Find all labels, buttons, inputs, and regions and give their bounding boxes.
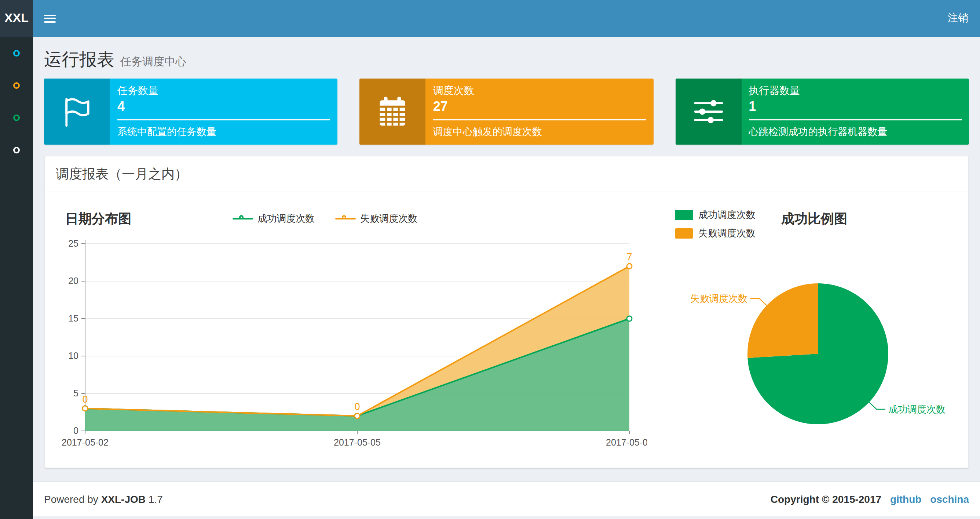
app-version: 1.7 — [148, 493, 163, 505]
info-box-content: 执行器数量 1 心跳检测成功的执行器机器数量 — [741, 78, 969, 145]
success-point — [627, 316, 632, 321]
line-marker-icon — [335, 218, 356, 219]
legend-item[interactable]: 失败调度次数 — [335, 212, 417, 225]
footer: Powered by XXL-JOB 1.7 Copyright © 2015-… — [33, 482, 980, 516]
date-distribution-chart: 日期分布图 成功调度次数失败调度次数 05101520252017-05-022… — [52, 200, 646, 460]
y-tick-label: 15 — [68, 313, 78, 323]
y-tick-label: 10 — [68, 351, 78, 361]
content-wrapper: 运行报表任务调度中心 任务数量 4 系 — [33, 37, 980, 482]
content: 任务数量 4 系统中配置的任务数量 — [33, 78, 980, 479]
info-box-value: 4 — [118, 99, 331, 115]
top-navbar: XXL 注销 — [0, 0, 980, 37]
point-label: 0 — [82, 394, 88, 405]
fail-point — [627, 263, 632, 269]
info-box-description: 系统中配置的任务数量 — [118, 126, 216, 137]
info-box-title: 任务数量 — [118, 85, 331, 97]
sidebar-toggle-button[interactable] — [33, 0, 66, 37]
line-marker-icon — [232, 218, 253, 219]
sidebar-menu-item[interactable] — [0, 69, 33, 101]
y-tick-label: 20 — [68, 276, 78, 286]
logout-link[interactable]: 注销 — [936, 12, 980, 25]
flag-icon — [44, 78, 110, 145]
sidebar-menu-item[interactable] — [0, 101, 33, 134]
circle-icon — [13, 147, 20, 153]
progress-bar — [433, 119, 646, 120]
report-panel: 调度报表（一月之内） 日期分布图 成功调度次数失败调度次数 0510152025… — [44, 156, 969, 468]
powered-prefix: Powered by — [44, 493, 98, 505]
circle-icon — [13, 82, 20, 88]
line-chart-canvas: 05101520252017-05-022017-05-052017-05-08… — [52, 230, 647, 454]
pie-label: 失败调度次数 — [690, 293, 748, 304]
footer-powered-by: Powered by XXL-JOB 1.7 — [44, 493, 163, 505]
info-box-task-count: 任务数量 4 系统中配置的任务数量 — [44, 78, 338, 145]
success-ratio-chart: 成功调度次数失败调度次数 成功比例图 成功调度次数失败调度次数 — [646, 200, 961, 460]
legend-item[interactable]: 成功调度次数 — [232, 212, 315, 225]
legend-label: 成功调度次数 — [258, 212, 315, 225]
sidebar — [0, 37, 33, 519]
app-logo[interactable]: XXL — [0, 0, 33, 37]
progress-bar — [749, 119, 962, 120]
y-tick-label: 25 — [68, 238, 78, 249]
info-box-trigger-count: 调度次数 27 调度中心触发的调度次数 — [360, 78, 654, 145]
screenshot-viewport: XXL 注销 运行报表任务调度中心 — [0, 0, 980, 519]
legend-label: 失败调度次数 — [360, 212, 417, 225]
navbar: 注销 — [33, 0, 980, 37]
fail-point — [83, 406, 88, 411]
report-panel-body: 日期分布图 成功调度次数失败调度次数 05101520252017-05-022… — [45, 192, 968, 468]
page-title: 运行报表任务调度中心 — [44, 48, 969, 71]
info-box-title: 执行器数量 — [749, 85, 962, 97]
point-label: 0 — [354, 401, 360, 412]
info-box-value: 1 — [749, 99, 962, 115]
y-tick-label: 0 — [73, 425, 78, 436]
page-subtitle: 任务调度中心 — [120, 55, 186, 67]
github-link[interactable]: github — [890, 493, 922, 505]
info-box-description: 调度中心触发的调度次数 — [433, 126, 542, 137]
content-header: 运行报表任务调度中心 — [33, 37, 980, 78]
info-box-value: 27 — [433, 99, 646, 115]
calendar-icon — [360, 78, 426, 145]
line-chart-legend: 成功调度次数失败调度次数 — [232, 212, 417, 225]
pie-label: 成功调度次数 — [888, 404, 945, 415]
y-tick-label: 5 — [73, 388, 78, 398]
pie-label-line — [869, 402, 885, 409]
line-chart-title: 日期分布图 — [65, 210, 131, 228]
x-tick-label: 2017-05-05 — [334, 437, 381, 447]
report-panel-header: 调度报表（一月之内） — [45, 156, 968, 192]
progress-bar — [118, 119, 331, 120]
hamburger-icon — [44, 13, 56, 24]
pie-slice — [748, 283, 818, 358]
x-tick-label: 2017-05-02 — [62, 437, 108, 447]
sliders-icon — [675, 78, 741, 145]
pie-label-line — [750, 299, 767, 305]
info-box-content: 调度次数 27 调度中心触发的调度次数 — [426, 78, 654, 145]
oschina-link[interactable]: oschina — [930, 493, 969, 505]
fail-point — [355, 413, 360, 418]
x-tick-label: 2017-05-08 — [606, 437, 647, 447]
page-title-text: 运行报表 — [44, 49, 115, 69]
circle-icon — [13, 50, 20, 56]
info-box-content: 任务数量 4 系统中配置的任务数量 — [110, 78, 338, 145]
sidebar-menu-item[interactable] — [0, 37, 33, 69]
sidebar-menu-item[interactable] — [0, 134, 33, 166]
report-panel-title: 调度报表（一月之内） — [56, 167, 188, 181]
point-label: 7 — [627, 251, 632, 262]
app-name: XXL-JOB — [101, 493, 146, 505]
footer-copyright: Copyright © 2015-2017 github oschina — [771, 493, 969, 505]
pie-chart-canvas: 成功调度次数失败调度次数 — [646, 200, 961, 460]
info-box-executor-count: 执行器数量 1 心跳检测成功的执行器机器数量 — [675, 78, 969, 145]
info-box-title: 调度次数 — [433, 85, 646, 97]
info-box-description: 心跳检测成功的执行器机器数量 — [749, 126, 887, 137]
info-box-row: 任务数量 4 系统中配置的任务数量 — [44, 78, 969, 145]
circle-icon — [13, 114, 20, 121]
copyright-text: Copyright © 2015-2017 — [771, 493, 881, 505]
